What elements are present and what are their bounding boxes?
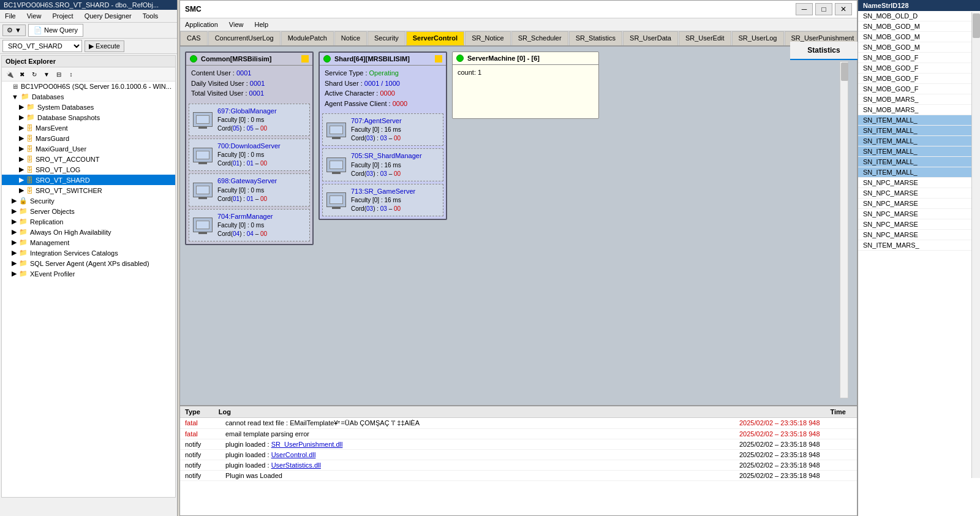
menu-query-designer[interactable]: Query Designer bbox=[82, 11, 134, 21]
execute-button[interactable]: ▶ Execute bbox=[85, 40, 124, 52]
node-global-manager[interactable]: 697:GlobalManager Faculty [0] : 0 ms Cor… bbox=[189, 104, 310, 136]
smc-menu-application[interactable]: Application bbox=[183, 20, 221, 29]
menu-view[interactable]: View bbox=[24, 11, 44, 21]
right-item-0[interactable]: SN_MOB_OLD_D bbox=[858, 11, 980, 21]
right-item-10[interactable]: SN_ITEM_MALL_ bbox=[858, 115, 980, 126]
menu-tools[interactable]: Tools bbox=[140, 11, 161, 21]
tab-cas[interactable]: CAS bbox=[180, 31, 208, 45]
node-game-server[interactable]: 713:SR_GameServer Faculty [0] : 16 ms Co… bbox=[322, 184, 443, 216]
toolbar-icons[interactable]: ⚙ ▼ bbox=[2, 25, 26, 36]
node-gateway-server[interactable]: 698:GatewayServer Faculty [0] : 0 ms Cor… bbox=[189, 173, 310, 206]
right-item-19[interactable]: SN_NPC_MARSE bbox=[858, 209, 980, 219]
menu-project[interactable]: Project bbox=[50, 11, 75, 21]
oe-sql-agent[interactable]: ▶ 📁 SQL Server Agent (Agent XPs disabled… bbox=[2, 258, 175, 268]
tab-server-control[interactable]: ServerControl bbox=[406, 31, 464, 45]
tab-module-patch[interactable]: ModulePatch bbox=[281, 31, 334, 45]
right-item-6[interactable]: SN_MOB_GOD_F bbox=[858, 74, 980, 84]
tab-concurrent-user-log[interactable]: ConcurrentUserLog bbox=[208, 31, 281, 45]
right-item-9[interactable]: SN_MOB_MARS_ bbox=[858, 105, 980, 115]
smc-scrollbar[interactable] bbox=[840, 61, 848, 398]
oe-replication[interactable]: ▶ 📁 Replication bbox=[2, 216, 175, 227]
menu-file[interactable]: File bbox=[2, 11, 18, 21]
oe-disconnect-btn[interactable]: ✖ bbox=[17, 69, 28, 80]
right-item-4[interactable]: SN_MOB_GOD_F bbox=[858, 53, 980, 63]
right-item-16[interactable]: SN_NPC_MARSE bbox=[858, 178, 980, 188]
database-selector[interactable]: SRO_VT_SHARD bbox=[2, 40, 82, 52]
oe-filter-btn[interactable]: ▼ bbox=[41, 69, 52, 80]
right-item-14[interactable]: SN_ITEM_MALL_ bbox=[858, 157, 980, 167]
right-item-2[interactable]: SN_MOB_GOD_M bbox=[858, 32, 980, 42]
smc-window: SMC ─ □ ✕ Application View Help CAS Conc… bbox=[179, 0, 858, 516]
smc-menu-help[interactable]: Help bbox=[252, 20, 271, 29]
oe-db-snapshots[interactable]: ▶ 📁 Database Snapshots bbox=[2, 112, 175, 123]
node-name-sm[interactable]: 705:SR_ShardManager bbox=[351, 152, 422, 159]
oe-db-marsguard[interactable]: ▶ 🗄 MarsGuard bbox=[2, 133, 175, 143]
log-col-time: Time bbox=[831, 408, 846, 415]
oe-databases-item[interactable]: ▼ 📁 Databases bbox=[2, 91, 175, 102]
smc-scrollbar-thumb[interactable] bbox=[841, 63, 848, 81]
right-item-17[interactable]: SN_NPC_MARSE bbox=[858, 188, 980, 199]
right-item-8[interactable]: SN_MOB_MARS_ bbox=[858, 94, 980, 105]
right-item-11[interactable]: SN_ITEM_MALL_ bbox=[858, 126, 980, 136]
oe-management[interactable]: ▶ 📁 Management bbox=[2, 237, 175, 248]
tab-sr-userdata[interactable]: SR_UserData bbox=[623, 31, 678, 45]
close-button[interactable]: ✕ bbox=[835, 3, 852, 15]
oe-db-marsevent[interactable]: ▶ 🗄 MarsEvent bbox=[2, 123, 175, 133]
oe-server-item[interactable]: 🖥 BC1VPOO0H6S (SQL Server 16.0.1000.6 - … bbox=[2, 82, 175, 91]
oe-system-dbs[interactable]: ▶ 📁 System Databases bbox=[2, 102, 175, 112]
tab-sr-statistics[interactable]: SR_Statistics bbox=[569, 31, 622, 45]
tab-sr-notice[interactable]: SR_Notice bbox=[465, 31, 511, 45]
right-item-12[interactable]: SN_ITEM_MALL_ bbox=[858, 136, 980, 146]
log-link-punishment[interactable]: SR_UserPunishment.dll bbox=[271, 441, 343, 448]
log-link-usercontrol[interactable]: UserControl.dll bbox=[271, 451, 316, 458]
right-scrollbar[interactable] bbox=[971, 12, 980, 478]
oe-db-shard[interactable]: ▶ 🗄 SRO_VT_SHARD bbox=[2, 175, 175, 185]
oe-always-on[interactable]: ▶ 📁 Always On High Availability bbox=[2, 227, 175, 237]
right-item-3[interactable]: SN_MOB_GOD_M bbox=[858, 42, 980, 53]
right-item-15[interactable]: SN_ITEM_MALL_ bbox=[858, 167, 980, 178]
smc-menu-view[interactable]: View bbox=[227, 20, 246, 29]
right-item-1[interactable]: SN_MOB_GOD_M bbox=[858, 21, 980, 32]
oe-db-switcher[interactable]: ▶ 🗄 SRO_VT_SWITCHER bbox=[2, 185, 175, 195]
right-item-13[interactable]: SN_ITEM_MALL_ bbox=[858, 146, 980, 157]
maximize-button[interactable]: □ bbox=[815, 3, 832, 15]
node-name-ds[interactable]: 700:DownloadServer bbox=[217, 142, 281, 150]
log-link-userstatistics[interactable]: UserStatistics.dll bbox=[271, 461, 321, 469]
node-name-gw[interactable]: 698:GatewayServer bbox=[217, 177, 277, 184]
right-item-20[interactable]: SN_NPC_MARSE bbox=[858, 219, 980, 230]
minimize-button[interactable]: ─ bbox=[796, 3, 813, 15]
node-name-as[interactable]: 707:AgentServer bbox=[351, 117, 402, 124]
node-agent-server[interactable]: 707:AgentServer Faculty [0] : 16 ms Cord… bbox=[322, 113, 443, 146]
node-name-fm[interactable]: 704:FarmManager bbox=[217, 213, 273, 220]
oe-security[interactable]: ▶ 🔒 Security bbox=[2, 195, 175, 206]
new-query-button[interactable]: 📄 New Query bbox=[28, 24, 83, 37]
right-item-18[interactable]: SN_NPC_MARSE bbox=[858, 199, 980, 209]
statistics-tab[interactable]: Statistics bbox=[790, 42, 858, 60]
oe-integration-services[interactable]: ▶ 📁 Integration Services Catalogs bbox=[2, 248, 175, 258]
tab-sr-userlog[interactable]: SR_UserLog bbox=[732, 31, 784, 45]
oe-refresh-btn[interactable]: ↻ bbox=[29, 69, 40, 80]
node-shard-manager[interactable]: 705:SR_ShardManager Faculty [0] : 16 ms … bbox=[322, 148, 443, 181]
tab-security[interactable]: Security bbox=[368, 31, 405, 45]
right-scrollbar-thumb[interactable] bbox=[973, 13, 980, 38]
right-item-7[interactable]: SN_MOB_GOD_F bbox=[858, 84, 980, 94]
node-name-gm[interactable]: 697:GlobalManager bbox=[217, 107, 277, 115]
tab-sr-useredit[interactable]: SR_UserEdit bbox=[679, 31, 731, 45]
oe-db-log[interactable]: ▶ 🗄 SRO_VT_LOG bbox=[2, 164, 175, 175]
node-download-server[interactable]: 700:DownloadServer Faculty [0] : 0 ms Co… bbox=[189, 138, 310, 171]
oe-expand-btn[interactable]: ↕ bbox=[66, 69, 77, 80]
right-item-5[interactable]: SN_MOB_GOD_F bbox=[858, 63, 980, 74]
right-item-21[interactable]: SN_NPC_MARSE bbox=[858, 230, 980, 240]
tab-sr-scheduler[interactable]: SR_Scheduler bbox=[511, 31, 568, 45]
oe-db-account[interactable]: ▶ 🗄 SRO_VT_ACCOUNT bbox=[2, 154, 175, 164]
common-panel-header: Common[MRSBilisim] bbox=[186, 53, 312, 66]
oe-db-maxiguard[interactable]: ▶ 🗄 MaxiGuard_User bbox=[2, 143, 175, 154]
oe-server-objects[interactable]: ▶ 📁 Server Objects bbox=[2, 206, 175, 216]
oe-collapse-btn[interactable]: ⊟ bbox=[53, 69, 64, 80]
node-farm-manager[interactable]: 704:FarmManager Faculty [0] : 0 ms Cord(… bbox=[189, 209, 310, 241]
oe-connect-btn[interactable]: 🔌 bbox=[4, 69, 15, 80]
oe-xevent-profiler[interactable]: ▶ 📁 XEvent Profiler bbox=[2, 268, 175, 279]
right-item-22[interactable]: SN_ITEM_MARS_ bbox=[858, 240, 980, 251]
node-name-gs[interactable]: 713:SR_GameServer bbox=[351, 188, 415, 195]
tab-notice[interactable]: Notice bbox=[334, 31, 367, 45]
